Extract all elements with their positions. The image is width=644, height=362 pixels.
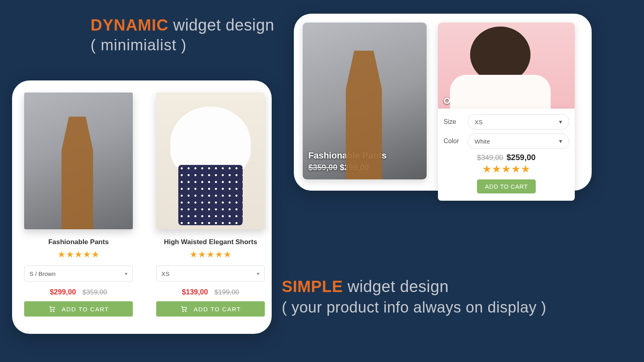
color-value: White — [475, 138, 490, 145]
heading-simple-rest: widget design — [343, 278, 449, 295]
star-rating-icon: ★★★★★ — [190, 249, 232, 260]
price-row: $349,00$259,00 — [444, 153, 569, 162]
variant-value: S / Brown — [29, 270, 56, 277]
product-name: Fashionable Pants — [48, 238, 109, 246]
dynamic-widget-panel: Fashionable Pants ★★★★★ S / Brown ▾ $299… — [12, 80, 272, 334]
cart-icon — [180, 305, 188, 313]
heading-dynamic-sub: ( minimialist ) — [91, 37, 274, 54]
svg-point-3 — [186, 311, 186, 312]
add-to-cart-button[interactable]: ADD TO CART — [477, 179, 536, 193]
simple-widget-panel: Fashionable Pants $359,00$299,00 Off-the… — [294, 14, 592, 191]
variant-value: XS — [161, 270, 169, 277]
heading-simple: SIMPLE widget design ( your product info… — [282, 278, 546, 316]
add-to-cart-button[interactable]: ADD TO CART — [24, 301, 133, 317]
overlay-product-title: Off-the-shoulders Dress — [444, 96, 545, 106]
color-select[interactable]: White ▾ — [468, 134, 569, 149]
product-card: High Waisted Elegant Shorts ★★★★★ XS ▾ $… — [156, 93, 265, 322]
heading-dynamic-rest: widget design — [169, 16, 275, 34]
option-row: Size XS ▾ — [444, 114, 569, 130]
add-to-cart-label: ADD TO CART — [194, 306, 241, 313]
cart-icon — [48, 305, 56, 313]
product-card-expanded: Off-the-shoulders Dress Size XS ▾ Color … — [438, 23, 575, 182]
price-was: $359,00 — [83, 288, 107, 296]
price-now: $299,00 — [50, 288, 76, 296]
chevron-down-icon: ▾ — [257, 271, 260, 277]
overlay-price: $359,00$299,00 — [308, 163, 369, 172]
size-select[interactable]: XS ▾ — [468, 114, 569, 130]
chevron-down-icon: ▾ — [559, 138, 562, 145]
size-label: Size — [444, 118, 462, 125]
add-to-cart-label: ADD TO CART — [62, 306, 109, 313]
chevron-down-icon: ▾ — [559, 118, 562, 125]
variant-select[interactable]: XS ▾ — [156, 265, 265, 282]
product-card: Fashionable Pants ★★★★★ S / Brown ▾ $299… — [24, 93, 133, 322]
star-rating-icon: ★★★★★ — [58, 249, 100, 260]
product-name: High Waisted Elegant Shorts — [164, 238, 257, 246]
svg-point-0 — [51, 311, 52, 312]
price-was: $349,00 — [477, 154, 503, 162]
price-now: $259,00 — [506, 153, 535, 162]
color-label: Color — [444, 138, 462, 145]
variant-select[interactable]: S / Brown ▾ — [24, 265, 133, 282]
svg-point-2 — [183, 311, 184, 312]
product-image[interactable] — [24, 93, 133, 229]
price-was: $359,00 — [308, 163, 337, 172]
add-to-cart-label: ADD TO CART — [485, 183, 528, 190]
price-was: $199,00 — [215, 288, 239, 296]
price-now: $139,00 — [182, 288, 208, 296]
heading-dynamic: DYNAMIC widget design ( minimialist ) — [91, 16, 274, 54]
option-row: Color White ▾ — [444, 134, 569, 149]
heading-dynamic-accent: DYNAMIC — [91, 16, 169, 34]
size-value: XS — [475, 119, 483, 125]
product-image-overlay[interactable]: Off-the-shoulders Dress — [438, 23, 575, 111]
options-box: Size XS ▾ Color White ▾ $349,00$259,00 ★… — [438, 109, 575, 201]
add-to-cart-button[interactable]: ADD TO CART — [156, 301, 265, 317]
heading-simple-accent: SIMPLE — [282, 278, 343, 295]
overlay-product-title: Fashionable Pants — [308, 150, 386, 161]
product-image-overlay[interactable]: Fashionable Pants $359,00$299,00 — [303, 23, 427, 179]
product-image[interactable] — [156, 93, 265, 229]
chevron-down-icon: ▾ — [125, 271, 128, 277]
price-row: $139,00 $199,00 — [182, 288, 239, 296]
price-now: $299,00 — [340, 163, 369, 172]
svg-point-1 — [54, 311, 54, 312]
heading-simple-sub: ( your product info always on display ) — [282, 299, 546, 316]
star-rating-icon: ★★★★★ — [444, 163, 569, 175]
price-row: $299,00 $359,00 — [50, 288, 107, 296]
